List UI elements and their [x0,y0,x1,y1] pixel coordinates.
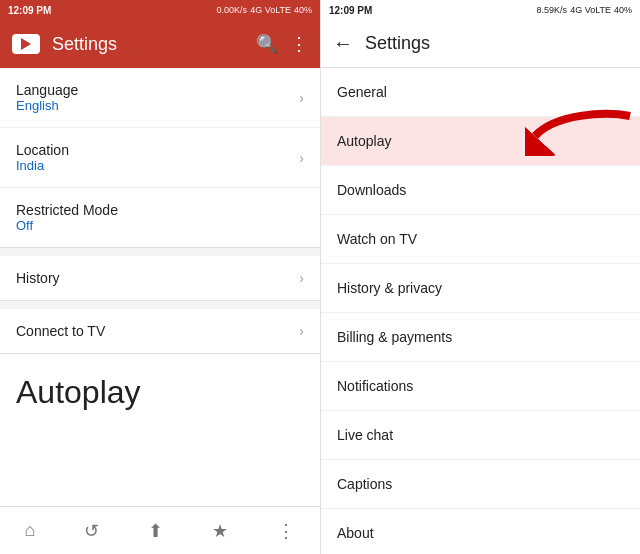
status-bar-right: 12:09 PM 8.59K/s 4G VoLTE 40% [321,0,640,20]
language-chevron: › [299,90,304,106]
restricted-value: Off [16,218,118,233]
right-item-live-chat[interactable]: Live chat [321,411,640,460]
left-network: 0.00K/s [217,5,248,15]
item-left-language: Language English [16,82,78,113]
settings-item-connect[interactable]: Connect to TV › [0,309,320,353]
right-item-watch-on-tv[interactable]: Watch on TV [321,215,640,264]
status-bar-left: 12:09 PM 0.00K/s 4G VoLTE 40% [0,0,320,20]
nav-more-icon[interactable]: ⋮ [277,520,295,542]
left-battery: 40% [294,5,312,15]
connect-label: Connect to TV [16,323,105,339]
right-item-billing[interactable]: Billing & payments [321,313,640,362]
right-signal: 4G VoLTE [570,5,611,15]
section-gap-1 [0,248,320,256]
settings-item-language[interactable]: Language English › [0,68,320,128]
history-chevron: › [299,270,304,286]
downloads-label: Downloads [337,182,406,198]
nav-home-icon[interactable]: ⌂ [25,520,36,541]
right-item-about[interactable]: About [321,509,640,554]
nav-share-icon[interactable]: ⬆ [148,520,163,542]
live-chat-label: Live chat [337,427,393,443]
left-signal: 4G VoLTE [250,5,291,15]
right-indicators: 8.59K/s 4G VoLTE 40% [537,5,632,15]
item-left-location: Location India [16,142,69,173]
right-item-downloads[interactable]: Downloads [321,166,640,215]
location-chevron: › [299,150,304,166]
restricted-label: Restricted Mode [16,202,118,218]
nav-refresh-icon[interactable]: ↺ [84,520,99,542]
nav-star-icon[interactable]: ★ [212,520,228,542]
bottom-nav-left: ⌂ ↺ ⬆ ★ ⋮ [0,506,320,554]
autoplay-label: Autoplay [337,133,391,149]
toolbar-right: ← Settings [321,20,640,68]
autoplay-section: Autoplay [0,354,320,421]
toolbar-title-left: Settings [52,34,244,55]
location-value: India [16,158,69,173]
right-item-history-privacy[interactable]: History & privacy [321,264,640,313]
settings-item-location[interactable]: Location India › [0,128,320,188]
section-general: Language English › Location India › Rest… [0,68,320,248]
section-history: History › [0,256,320,301]
red-arrow-indicator [525,106,635,156]
watch-on-tv-label: Watch on TV [337,231,417,247]
general-label: General [337,84,387,100]
toolbar-icons-left: 🔍 ⋮ [256,33,308,55]
back-button[interactable]: ← [333,32,353,55]
location-label: Location [16,142,69,158]
history-label: History [16,270,60,286]
right-battery: 40% [614,5,632,15]
left-indicators: 0.00K/s 4G VoLTE 40% [217,5,312,15]
right-time: 12:09 PM [329,5,372,16]
history-privacy-label: History & privacy [337,280,442,296]
language-value: English [16,98,78,113]
item-left-restricted: Restricted Mode Off [16,202,118,233]
section-connect: Connect to TV › [0,309,320,354]
section-gap-2 [0,301,320,309]
search-icon[interactable]: 🔍 [256,33,278,55]
billing-label: Billing & payments [337,329,452,345]
left-time: 12:09 PM [8,5,51,16]
right-item-notifications[interactable]: Notifications [321,362,640,411]
settings-list: Language English › Location India › Rest… [0,68,320,506]
connect-chevron: › [299,323,304,339]
right-settings-list: General Autoplay Downloads Watch on TV H… [321,68,640,554]
right-panel: 12:09 PM 8.59K/s 4G VoLTE 40% ← Settings… [320,0,640,554]
about-label: About [337,525,374,541]
more-icon[interactable]: ⋮ [290,33,308,55]
left-panel: 12:09 PM 0.00K/s 4G VoLTE 40% Settings 🔍… [0,0,320,554]
language-label: Language [16,82,78,98]
toolbar-title-right: Settings [365,33,628,54]
toolbar-left: Settings 🔍 ⋮ [0,20,320,68]
youtube-logo[interactable] [12,34,40,54]
right-network: 8.59K/s [537,5,568,15]
notifications-label: Notifications [337,378,413,394]
captions-label: Captions [337,476,392,492]
settings-item-restricted[interactable]: Restricted Mode Off [0,188,320,247]
right-item-captions[interactable]: Captions [321,460,640,509]
autoplay-text: Autoplay [16,374,141,410]
settings-item-history[interactable]: History › [0,256,320,300]
